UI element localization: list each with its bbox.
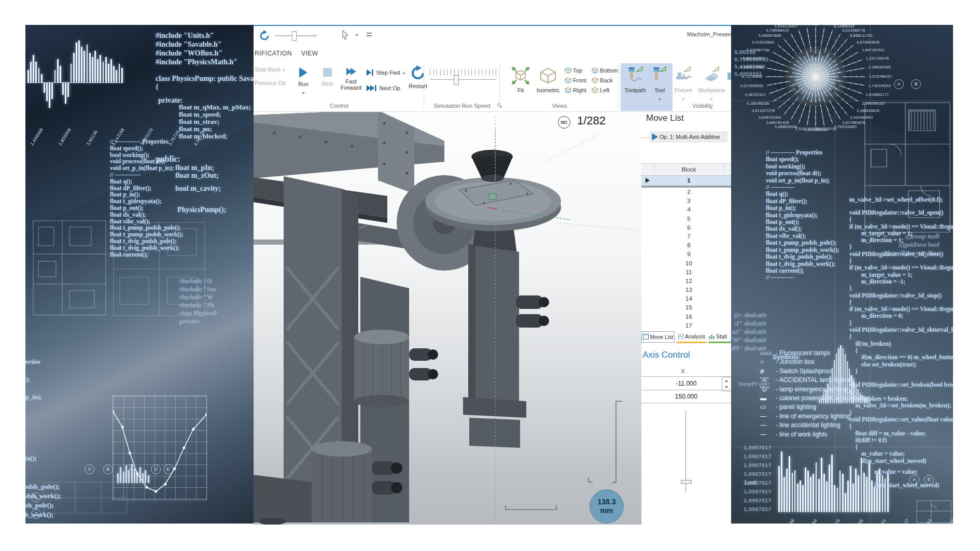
view-left-button[interactable]: Left xyxy=(592,87,609,93)
block-row[interactable]: 13 xyxy=(654,286,724,294)
op-play-icon xyxy=(652,134,658,140)
isometric-view-button[interactable]: Isometric xyxy=(534,66,563,93)
tab-view[interactable]: VIEW xyxy=(301,50,318,57)
tab-statistics[interactable]: Stati xyxy=(709,331,731,343)
speed-slider-track[interactable] xyxy=(430,79,496,80)
legend-label: - Switch Splashproof xyxy=(776,368,833,375)
ribbon-options-icon[interactable] xyxy=(367,33,372,34)
tab-verification[interactable]: RIFICATION xyxy=(255,50,292,57)
cursor-dropdown-caret[interactable] xyxy=(355,34,358,36)
view-right-button[interactable]: Right xyxy=(565,87,586,93)
svg-text:5,759586532: 5,759586532 xyxy=(766,29,789,33)
legend-symbol: — xyxy=(760,413,776,420)
svg-text:3,665191429: 3,665191429 xyxy=(766,121,789,125)
view-bottom-button[interactable]: Bottom xyxy=(592,67,618,74)
plan-letter: B xyxy=(103,464,113,474)
svg-text:5,585053606: 5,585053606 xyxy=(759,34,781,38)
axis-x-header: X xyxy=(641,368,724,374)
scale-value: 138.3 xyxy=(590,498,623,506)
quick-access-toolbar: Machsim_Presen xyxy=(254,26,731,46)
fit-icon xyxy=(511,66,530,85)
analysis-tab-icon xyxy=(678,334,684,339)
legend-symbol: ○ xyxy=(760,358,776,365)
toolpath-toggle[interactable]: Toolpath xyxy=(622,65,649,93)
stop-button[interactable]: Stop xyxy=(317,66,338,87)
symbols-legend: ▭▭- Fluorescent lamps○- Junction boxø- S… xyxy=(760,349,871,440)
block-table-header[interactable]: Block xyxy=(641,163,731,176)
block-row[interactable]: 3 xyxy=(654,196,724,205)
restart-button[interactable]: Restart xyxy=(406,65,430,89)
plan-letter: E xyxy=(163,464,173,474)
op-tree-item[interactable]: Op. 1: Multi-Axis Additive xyxy=(650,131,727,143)
right-bottom-chart xyxy=(778,448,889,512)
block-row[interactable]: 5 xyxy=(654,215,724,223)
view-top-button[interactable]: Top xyxy=(565,67,582,74)
block-row[interactable]: 16 xyxy=(654,313,724,321)
axis-x-target-field[interactable]: 150.000 xyxy=(641,390,731,403)
block-row[interactable]: 10 xyxy=(654,259,724,268)
legend-symbol: "A" xyxy=(760,376,776,384)
plan-letter: D xyxy=(151,464,161,474)
run-icon xyxy=(299,67,307,78)
legend-label: - panel lighting xyxy=(776,403,816,411)
legend-label: - Fluorescent lamps xyxy=(776,349,830,357)
next-op-button[interactable]: Next Op xyxy=(367,83,400,92)
fixture-toggle[interactable]: Fixture xyxy=(671,65,695,103)
axis-x-spinner[interactable] xyxy=(722,377,731,391)
svg-text:0,698131701: 0,698131701 xyxy=(850,34,873,38)
fast-forward-icon xyxy=(339,68,363,75)
block-row[interactable]: 8 xyxy=(654,241,724,250)
control-group-label: Control xyxy=(316,103,362,109)
speed-launcher-icon[interactable] xyxy=(497,103,502,108)
svg-text:6,108652382: 6,108652382 xyxy=(795,25,818,26)
speed-slider-ticks xyxy=(430,69,496,75)
block-row[interactable]: 2 xyxy=(654,188,724,196)
refresh-icon[interactable] xyxy=(259,30,270,41)
left-code-brace: { xyxy=(156,83,159,91)
svg-text:4,188790205: 4,188790205 xyxy=(747,102,769,106)
step-back-button[interactable]: Step Back xyxy=(255,66,285,73)
block-row[interactable]: 4 xyxy=(654,205,724,214)
view-front-button[interactable]: Front xyxy=(565,77,586,83)
svg-text:5,934119457: 5,934119457 xyxy=(775,25,797,29)
axis-x-value-field[interactable]: -11.000 xyxy=(641,376,731,390)
workpiece-toggle[interactable]: Workpiece xyxy=(695,65,727,103)
block-row[interactable]: 14 xyxy=(654,294,724,303)
svg-text:4,537856055: 4,537856055 xyxy=(740,84,763,88)
tab-move-list[interactable]: Move List xyxy=(641,331,675,343)
block-row[interactable]: 17 xyxy=(654,321,724,330)
simulation-viewport[interactable] xyxy=(254,112,641,525)
left-code-ctor: PhysicsPump(); xyxy=(177,206,226,214)
speed-slider-handle[interactable] xyxy=(454,75,459,85)
stock-toggle[interactable]: S xyxy=(727,65,731,91)
block-row[interactable]: 12 xyxy=(654,277,724,286)
block-row[interactable]: 6 xyxy=(654,223,724,232)
tool-toggle[interactable]: Tool xyxy=(650,65,669,103)
cursor-icon[interactable] xyxy=(342,30,350,40)
plan-letter: C xyxy=(126,464,136,474)
qat-slider-handle[interactable] xyxy=(292,31,297,41)
block-row-selected[interactable]: 1 xyxy=(641,176,731,186)
block-row[interactable]: 11 xyxy=(654,268,724,277)
right-mirrored-includes: #include <Q#include "U#include "Sa#inclu… xyxy=(731,311,766,352)
fast-forward-button[interactable]: Fast Forward xyxy=(339,66,363,91)
move-list-tab-icon xyxy=(643,334,649,340)
window-title: Machsim_Presen xyxy=(687,31,731,37)
legend-symbol: ▭ xyxy=(760,403,776,411)
panel-slider-handle[interactable] xyxy=(681,480,692,484)
left-edge-fragments: — Propertiesng();(float dt);l();in(float… xyxy=(25,358,87,402)
fit-view-button[interactable]: Fit xyxy=(510,66,531,93)
ribbon-tab-row: RIFICATION VIEW xyxy=(254,46,731,62)
step-fwd-button[interactable]: Step Fwd xyxy=(367,67,405,77)
block-row[interactable]: 7 xyxy=(654,232,724,241)
scale-indicator: 138.3 mm xyxy=(590,489,624,524)
previous-op-button[interactable]: Previous Op xyxy=(255,80,286,86)
block-table: Block 1 234567891011121314151617 xyxy=(641,163,731,330)
tab-analysis[interactable]: Analysis xyxy=(677,331,707,343)
svg-text:3,839724354: 3,839724354 xyxy=(759,116,781,120)
block-row[interactable]: 15 xyxy=(654,303,724,312)
step-fwd-icon xyxy=(367,69,374,76)
view-back-button[interactable]: Back xyxy=(592,77,613,83)
block-row[interactable]: 9 xyxy=(654,250,724,259)
run-button[interactable]: Run xyxy=(293,66,314,96)
